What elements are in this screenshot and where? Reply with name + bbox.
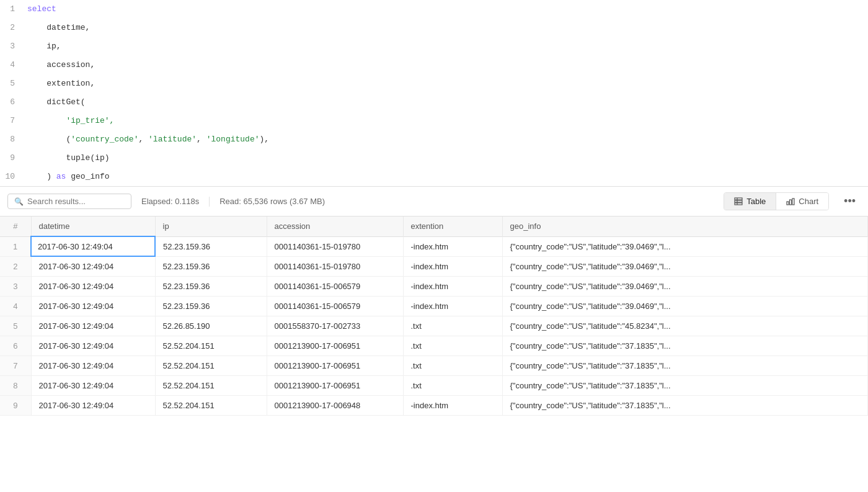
cell-datetime[interactable]: 2017-06-30 12:49:04 [31, 376, 155, 396]
code-line-5[interactable]: 5 extention, [0, 74, 868, 93]
code-line-8[interactable]: 8 ('country_code', 'latitude', 'longitud… [0, 130, 868, 149]
line-content: ('country_code', 'latitude', 'longitude'… [25, 130, 868, 149]
search-input[interactable] [27, 197, 125, 206]
line-number: 3 [0, 37, 25, 56]
cell-geo_info[interactable]: {"country_code":"US","latitude":"37.1835… [502, 336, 868, 356]
cell-datetime[interactable]: 2017-06-30 12:49:04 [31, 396, 155, 416]
code-line-6[interactable]: 6 dictGet( [0, 93, 868, 112]
line-content: select [25, 0, 868, 19]
cell-accession[interactable]: 0001140361-15-019780 [267, 236, 403, 256]
cell-ip[interactable]: 52.52.204.151 [155, 336, 267, 356]
cell-ip[interactable]: 52.23.159.36 [155, 297, 267, 316]
cell-geo_info[interactable]: {"country_code":"US","latitude":"37.1835… [502, 376, 868, 396]
code-line-10[interactable]: 10 ) as geo_info [0, 168, 868, 186]
code-line-3[interactable]: 3 ip, [0, 37, 868, 56]
cell-geo_info[interactable]: {"country_code":"US","latitude":"39.0469… [502, 297, 868, 316]
line-number: 7 [0, 112, 25, 130]
results-container[interactable]: # datetime ip accession extention geo_in… [0, 217, 868, 416]
col-header-accession[interactable]: accession [267, 217, 403, 236]
cell-geo_info[interactable]: {"country_code":"US","latitude":"45.8234… [502, 316, 868, 336]
cell-datetime[interactable]: 2017-06-30 12:49:04 [31, 256, 155, 277]
tab-table-label: Table [746, 197, 766, 206]
table-row[interactable]: 22017-06-30 12:49:0452.23.159.3600011403… [0, 256, 868, 277]
cell-row_num: 3 [0, 277, 31, 297]
tab-chart[interactable]: Chart [776, 193, 828, 210]
cell-datetime[interactable]: 2017-06-30 12:49:04 [31, 236, 155, 256]
table-row[interactable]: 52017-06-30 12:49:0452.26.85.19000015583… [0, 316, 868, 336]
read-stat: Read: 65,536 rows (3.67 MB) [219, 197, 325, 206]
table-header-row: # datetime ip accession extention geo_in… [0, 217, 868, 236]
more-options-button[interactable]: ••• [839, 191, 861, 212]
code-line-2[interactable]: 2 datetime, [0, 19, 868, 37]
line-content: ip, [25, 37, 868, 56]
line-content: ) as geo_info [25, 168, 868, 186]
table-row[interactable]: 32017-06-30 12:49:0452.23.159.3600011403… [0, 277, 868, 297]
col-header-ip[interactable]: ip [155, 217, 267, 236]
line-number: 4 [0, 56, 25, 74]
code-editor[interactable]: 1select2 datetime,3 ip,4 accession,5 ext… [0, 0, 868, 187]
cell-row_num: 1 [0, 236, 31, 256]
cell-ip[interactable]: 52.23.159.36 [155, 277, 267, 297]
cell-datetime[interactable]: 2017-06-30 12:49:04 [31, 277, 155, 297]
svg-rect-5 [790, 200, 792, 205]
code-line-7[interactable]: 7 'ip_trie', [0, 112, 868, 130]
cell-ip[interactable]: 52.23.159.36 [155, 256, 267, 277]
cell-extention[interactable]: .txt [403, 336, 502, 356]
cell-geo_info[interactable]: {"country_code":"US","latitude":"39.0469… [502, 236, 868, 256]
cell-accession[interactable]: 0001140361-15-006579 [267, 277, 403, 297]
table-row[interactable]: 12017-06-30 12:49:0452.23.159.3600011403… [0, 236, 868, 256]
cell-extention[interactable]: .txt [403, 316, 502, 336]
code-line-9[interactable]: 9 tuple(ip) [0, 149, 868, 168]
cell-accession[interactable]: 0001140361-15-019780 [267, 256, 403, 277]
table-row[interactable]: 42017-06-30 12:49:0452.23.159.3600011403… [0, 297, 868, 316]
col-header-extention[interactable]: extention [403, 217, 502, 236]
col-header-geo-info[interactable]: geo_info [502, 217, 868, 236]
cell-accession[interactable]: 0001140361-15-006579 [267, 297, 403, 316]
table-row[interactable]: 82017-06-30 12:49:0452.52.204.1510001213… [0, 376, 868, 396]
col-header-datetime[interactable]: datetime [31, 217, 155, 236]
tab-table[interactable]: Table [724, 193, 776, 210]
cell-extention[interactable]: -index.htm [403, 297, 502, 316]
cell-accession[interactable]: 0001213900-17-006951 [267, 376, 403, 396]
cell-geo_info[interactable]: {"country_code":"US","latitude":"39.0469… [502, 277, 868, 297]
svg-rect-4 [787, 202, 789, 205]
cell-extention[interactable]: .txt [403, 356, 502, 376]
cell-accession[interactable]: 0001558370-17-002733 [267, 316, 403, 336]
cell-row_num: 5 [0, 316, 31, 336]
cell-geo_info[interactable]: {"country_code":"US","latitude":"39.0469… [502, 256, 868, 277]
line-number: 10 [0, 168, 25, 186]
cell-datetime[interactable]: 2017-06-30 12:49:04 [31, 356, 155, 376]
cell-ip[interactable]: 52.52.204.151 [155, 356, 267, 376]
cell-datetime[interactable]: 2017-06-30 12:49:04 [31, 297, 155, 316]
cell-extention[interactable]: -index.htm [403, 236, 502, 256]
cell-ip[interactable]: 52.23.159.36 [155, 236, 267, 256]
cell-ip[interactable]: 52.52.204.151 [155, 396, 267, 416]
cell-extention[interactable]: -index.htm [403, 277, 502, 297]
cell-geo_info[interactable]: {"country_code":"US","latitude":"37.1835… [502, 396, 868, 416]
line-content: datetime, [25, 19, 868, 37]
cell-accession[interactable]: 0001213900-17-006951 [267, 356, 403, 376]
cell-accession[interactable]: 0001213900-17-006951 [267, 336, 403, 356]
cell-extention[interactable]: -index.htm [403, 256, 502, 277]
line-content: dictGet( [25, 93, 868, 112]
cell-datetime[interactable]: 2017-06-30 12:49:04 [31, 316, 155, 336]
table-row[interactable]: 92017-06-30 12:49:0452.52.204.1510001213… [0, 396, 868, 416]
code-line-4[interactable]: 4 accession, [0, 56, 868, 74]
cell-row_num: 4 [0, 297, 31, 316]
cell-geo_info[interactable]: {"country_code":"US","latitude":"37.1835… [502, 356, 868, 376]
table-row[interactable]: 62017-06-30 12:49:0452.52.204.1510001213… [0, 336, 868, 356]
cell-accession[interactable]: 0001213900-17-006948 [267, 396, 403, 416]
svg-rect-0 [735, 198, 742, 200]
cell-row_num: 2 [0, 256, 31, 277]
code-line-1[interactable]: 1select [0, 0, 868, 19]
cell-ip[interactable]: 52.26.85.190 [155, 316, 267, 336]
line-number: 9 [0, 149, 25, 168]
search-box[interactable]: 🔍 [7, 194, 131, 209]
cell-extention[interactable]: -index.htm [403, 396, 502, 416]
cell-row_num: 8 [0, 376, 31, 396]
line-number: 1 [0, 0, 25, 19]
cell-ip[interactable]: 52.52.204.151 [155, 376, 267, 396]
cell-extention[interactable]: .txt [403, 376, 502, 396]
table-row[interactable]: 72017-06-30 12:49:0452.52.204.1510001213… [0, 356, 868, 376]
cell-datetime[interactable]: 2017-06-30 12:49:04 [31, 336, 155, 356]
